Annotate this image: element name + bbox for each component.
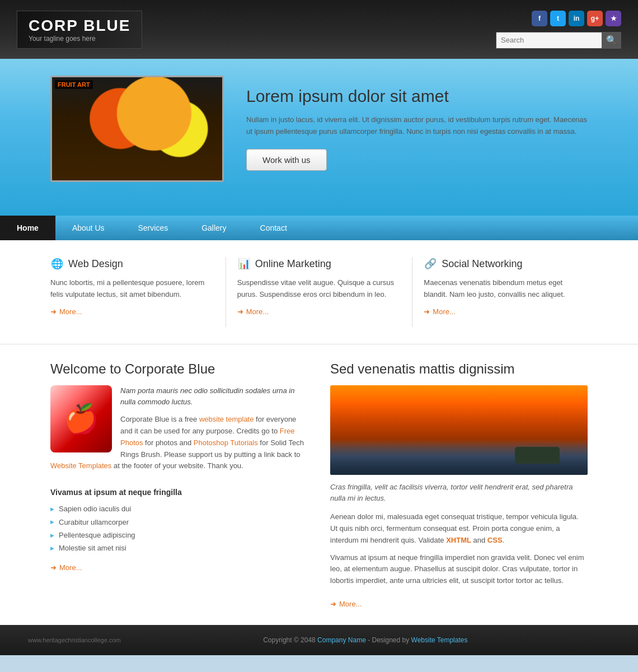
service-social-networking-body: Maecenas venenatis bibendum metus eget b… <box>424 277 588 301</box>
service-online-marketing-more[interactable]: More... <box>237 307 401 316</box>
hero-image-fruit <box>52 77 222 180</box>
footer-copyright-pre: Copyright © 2048 <box>263 636 317 644</box>
main-nav: Home About Us Services Gallery Contact <box>0 216 638 240</box>
main-right-column: Sed venenatis mattis dignissim Cras frin… <box>330 361 588 608</box>
hero-image-label: FRUIT ART <box>55 80 93 89</box>
right-title: Sed venenatis mattis dignissim <box>330 361 588 377</box>
search-input[interactable] <box>496 32 602 49</box>
service-web-design-more[interactable]: More... <box>50 307 214 316</box>
service-social-networking-title: 🔗 Social Networking <box>424 257 588 270</box>
online-marketing-icon: 📊 <box>237 257 251 270</box>
service-online-marketing-title: 📊 Online Marketing <box>237 257 401 270</box>
hero-image: FRUIT ART <box>50 76 224 182</box>
nav-item-home[interactable]: Home <box>0 216 55 240</box>
service-online-marketing-label: Online Marketing <box>255 258 331 270</box>
hero-title: Lorem ipsum dolor sit amet <box>246 87 588 106</box>
welcome-content-block: Nam porta mauris nec odio sollicitudin s… <box>50 385 308 477</box>
linkedin-icon[interactable]: in <box>569 11 584 26</box>
sub-section-title: Vivamus at ipsum at neque fringilla <box>50 488 308 497</box>
nav-item-about[interactable]: About Us <box>55 216 121 240</box>
bullet-item-1: Sapien odio iaculis dui <box>50 502 308 515</box>
main-left-more[interactable]: More... <box>50 563 308 572</box>
service-online-marketing: 📊 Online Marketing Suspendisse vitae vel… <box>226 257 413 327</box>
footer-company-link[interactable]: Company Name <box>317 636 366 644</box>
service-social-networking: 🔗 Social Networking Maecenas venenatis b… <box>412 257 588 327</box>
service-web-design: 🌐 Web Design Nunc lobortis, mi a pellent… <box>50 257 226 327</box>
header-right: f t in g+ ★ 🔍 <box>496 11 621 49</box>
hero-inner: FRUIT ART Lorem ipsum dolor sit amet Nul… <box>50 76 588 182</box>
footer-url: www.heritagechristiancollege.com <box>28 637 121 643</box>
footer-copyright: Copyright © 2048 Company Name - Designed… <box>263 636 467 644</box>
footer-designer-link[interactable]: Website Templates <box>411 636 468 644</box>
nav-item-services[interactable]: Services <box>121 216 185 240</box>
twitter-icon[interactable]: t <box>550 11 566 26</box>
xhtml-link[interactable]: XHTML <box>446 536 471 544</box>
service-social-networking-more[interactable]: More... <box>424 307 588 316</box>
website-templates-link[interactable]: Website Templates <box>50 461 111 470</box>
facebook-icon[interactable]: f <box>532 11 547 26</box>
site-footer: www.heritagechristiancollege.com Copyrig… <box>0 625 638 655</box>
service-social-networking-label: Social Networking <box>442 258 522 270</box>
main-content: Welcome to Corporate Blue Nam porta maur… <box>0 344 638 625</box>
sunset-image <box>330 385 588 475</box>
right-para1: Aenean dolor mi, malesuada eget consequa… <box>330 511 588 546</box>
photoshop-tutorials-link[interactable]: Photoshop Tutorials <box>194 438 258 447</box>
nav-item-gallery[interactable]: Gallery <box>185 216 243 240</box>
main-inner: Welcome to Corporate Blue Nam porta maur… <box>50 361 588 608</box>
logo-title: CORP BLUE <box>29 17 130 35</box>
social-networking-icon: 🔗 <box>424 257 437 270</box>
service-online-marketing-body: Suspendisse vitae velit augue. Quisque a… <box>237 277 401 301</box>
google-icon[interactable]: g+ <box>587 11 603 26</box>
cta-button[interactable]: Work with us <box>246 149 327 171</box>
hero-section: FRUIT ART Lorem ipsum dolor sit amet Nul… <box>0 59 638 216</box>
logo-tagline: Your tagline goes here <box>29 35 130 43</box>
bullet-list: Sapien odio iaculis dui Curabitur ullamc… <box>50 502 308 555</box>
services-inner: 🌐 Web Design Nunc lobortis, mi a pellent… <box>50 257 588 327</box>
bullet-item-2: Curabitur ullamcorper <box>50 516 308 529</box>
main-right-more[interactable]: More... <box>330 600 588 608</box>
website-template-link[interactable]: website template <box>199 415 254 423</box>
site-header: CORP BLUE Your tagline goes here f t in … <box>0 0 638 59</box>
social-icons-bar: f t in g+ ★ <box>532 11 621 26</box>
service-web-design-body: Nunc lobortis, mi a pellentesque posuere… <box>50 277 214 301</box>
apple-image <box>50 385 112 452</box>
main-left-column: Welcome to Corporate Blue Nam porta maur… <box>50 361 308 608</box>
right-italic-caption: Cras fringilla, velit ac facilisis viver… <box>330 482 588 505</box>
hero-body: Nullam in justo lacus, id viverra elit. … <box>246 114 588 138</box>
welcome-title: Welcome to Corporate Blue <box>50 361 308 377</box>
service-web-design-label: Web Design <box>68 258 123 270</box>
footer-by-text: - Designed by <box>366 636 411 644</box>
service-web-design-title: 🌐 Web Design <box>50 257 214 270</box>
search-bar: 🔍 <box>496 32 621 49</box>
web-design-icon: 🌐 <box>50 257 64 270</box>
right-para2: Vivamus at ipsum at neque fringilla impe… <box>330 552 588 587</box>
hero-text: Lorem ipsum dolor sit amet Nullam in jus… <box>246 87 588 171</box>
bullet-item-4: Molestie sit amet nisi <box>50 542 308 554</box>
nav-item-contact[interactable]: Contact <box>243 216 304 240</box>
css-link[interactable]: CSS <box>487 536 503 544</box>
bullet-item-3: Pellentesque adipiscing <box>50 529 308 542</box>
search-button[interactable]: 🔍 <box>602 32 621 49</box>
services-section: 🌐 Web Design Nunc lobortis, mi a pellent… <box>0 240 638 344</box>
logo: CORP BLUE Your tagline goes here <box>17 11 142 49</box>
other-social-icon[interactable]: ★ <box>606 11 621 26</box>
